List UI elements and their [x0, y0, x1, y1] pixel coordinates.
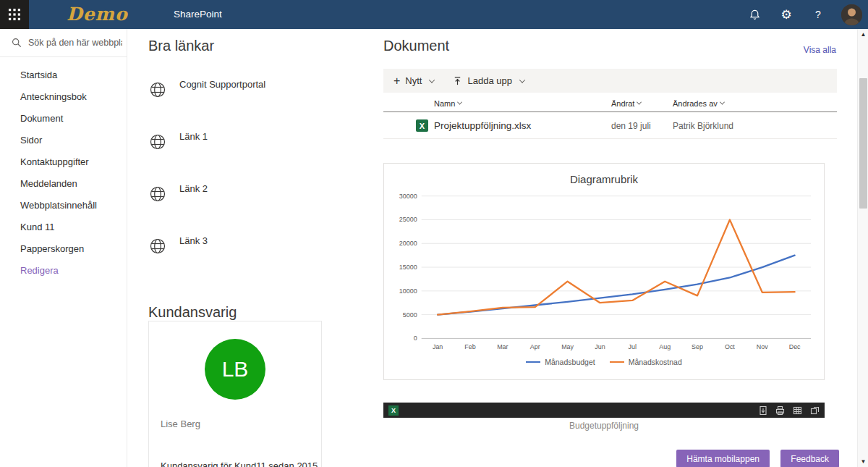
legend-line-swatch — [526, 361, 540, 363]
chevron-down-icon — [720, 100, 725, 105]
download-icon[interactable] — [759, 405, 767, 416]
site-search[interactable] — [0, 29, 127, 57]
contact-initials-avatar: LB — [205, 339, 265, 400]
chevron-down-icon — [429, 77, 435, 83]
upload-icon — [453, 76, 462, 86]
sidebar-item-sidor[interactable]: Sidor — [0, 130, 127, 151]
table-icon[interactable] — [793, 405, 802, 416]
contact-card: LB Lise Berg Kundansvarig för Kund11 sed… — [148, 321, 322, 467]
svg-text:Aug: Aug — [659, 343, 671, 350]
svg-text:Oct: Oct — [725, 343, 735, 350]
links-list: Cognit Supportportal Länk 1 Länk 2 Länk … — [148, 64, 365, 272]
link-item-supportportal[interactable]: Cognit Supportportal — [148, 64, 365, 116]
bell-icon[interactable] — [746, 6, 763, 23]
excel-file-icon[interactable]: X — [416, 119, 428, 132]
legend-label: Månadskostnad — [629, 358, 682, 366]
search-input[interactable] — [28, 38, 122, 48]
sidebar-item-anteckningsbok[interactable]: Anteckningsbok — [0, 86, 127, 108]
sharepoint-page: Demo SharePoint ⚙ ? — [0, 0, 868, 467]
file-name-link[interactable]: Projektuppföljning.xlsx — [434, 113, 531, 138]
app-launcher-icon[interactable] — [0, 0, 29, 29]
link-label: Cognit Supportportal — [179, 79, 265, 90]
embed-left: X — [388, 405, 399, 416]
link-item-lank2[interactable]: Länk 2 — [148, 168, 365, 220]
sidebar-item-webbplatsinnehall[interactable]: Webbplatsinnehåll — [0, 195, 127, 216]
feedback-button[interactable]: Feedback — [780, 450, 839, 467]
column-header-modified-by[interactable]: Ändrades av — [673, 95, 724, 112]
svg-text:10000: 10000 — [399, 287, 417, 295]
globe-icon — [148, 237, 167, 256]
plus-icon: + — [393, 75, 400, 87]
help-icon[interactable]: ? — [809, 6, 827, 23]
scroll-down-icon[interactable]: ▼ — [858, 456, 868, 467]
svg-text:15000: 15000 — [399, 264, 417, 271]
sidebar-item-meddelanden[interactable]: Meddelanden — [0, 173, 127, 195]
topbar-actions: ⚙ ? — [746, 0, 862, 29]
chart-card: Diagramrubrik 05000100001500020000250003… — [383, 163, 825, 380]
upload-button[interactable]: Ladda upp — [453, 75, 524, 86]
get-mobile-app-button[interactable]: Hämta mobilappen — [676, 450, 770, 467]
svg-text:Nov: Nov — [757, 343, 768, 350]
svg-text:Feb: Feb — [464, 343, 475, 350]
svg-text:30000: 30000 — [399, 193, 417, 200]
svg-text:Jan: Jan — [433, 343, 443, 350]
svg-text:0: 0 — [414, 335, 417, 342]
column-label: Namn — [434, 99, 455, 108]
sidebar-item-redigera[interactable]: Redigera — [0, 260, 127, 282]
embed-caption: Budgetuppföljning — [383, 421, 825, 431]
svg-text:Dec: Dec — [789, 343, 801, 350]
table-row[interactable]: X Projektuppföljning.xlsx den 19 juli Pa… — [383, 113, 837, 139]
scroll-up-icon[interactable]: ▲ — [858, 29, 868, 40]
waffle-grid-icon — [9, 9, 20, 20]
scrollbar-thumb[interactable] — [859, 78, 867, 209]
vertical-scrollbar[interactable]: ▲ ▼ — [857, 29, 868, 467]
sidebar-nav: Startsida Anteckningsbok Dokument Sidor … — [0, 57, 127, 282]
link-item-lank1[interactable]: Länk 1 — [148, 116, 365, 168]
sidebar-item-papperskorgen[interactable]: Papperskorgen — [0, 238, 127, 260]
link-label: Länk 2 — [179, 183, 208, 194]
svg-text:May: May — [561, 343, 574, 350]
view-all-link[interactable]: Visa alla — [804, 45, 836, 55]
print-icon[interactable] — [775, 405, 785, 416]
svg-text:Sep: Sep — [692, 343, 703, 350]
excel-logo-icon[interactable]: X — [388, 405, 399, 416]
svg-text:Apr: Apr — [530, 343, 540, 350]
svg-text:Jul: Jul — [629, 343, 637, 350]
column-header-name[interactable]: Namn — [434, 95, 461, 112]
chart-legend: Månadsbudget Månadskostnad — [384, 358, 824, 366]
svg-text:25000: 25000 — [399, 216, 417, 223]
search-icon — [12, 38, 22, 48]
column-header-modified[interactable]: Ändrat — [611, 95, 641, 112]
gear-icon[interactable]: ⚙ — [778, 6, 795, 23]
contact-name: Lise Berg — [161, 418, 321, 429]
contact-section-title: Kundansvarig — [148, 304, 237, 321]
chart-title: Diagramrubrik — [384, 164, 824, 185]
modified-by-cell: Patrik Björklund — [673, 113, 733, 138]
svg-text:5000: 5000 — [403, 311, 417, 319]
top-bar: Demo SharePoint ⚙ ? — [0, 0, 868, 29]
column-label: Ändrades av — [673, 99, 718, 108]
chevron-down-icon — [457, 100, 462, 105]
svg-text:20000: 20000 — [399, 240, 417, 247]
excel-embed-toolbar: X — [383, 403, 825, 418]
sidebar-item-kontaktuppgifter[interactable]: Kontaktuppgifter — [0, 151, 127, 173]
links-section-title: Bra länkar — [148, 38, 214, 54]
user-avatar[interactable] — [841, 4, 862, 25]
link-label: Länk 1 — [179, 131, 208, 142]
documents-toolbar: + Nytt Ladda upp — [383, 69, 837, 93]
new-button[interactable]: + Nytt — [393, 75, 434, 87]
sidebar-item-dokument[interactable]: Dokument — [0, 108, 127, 130]
new-button-label: Nytt — [405, 75, 422, 86]
site-logo[interactable]: Demo — [67, 0, 128, 29]
legend-item-cost: Månadskostnad — [610, 358, 682, 366]
column-label: Ändrat — [611, 99, 634, 108]
documents-section-title: Dokument — [383, 38, 449, 54]
popout-icon[interactable] — [810, 405, 820, 416]
link-item-lank3[interactable]: Länk 3 — [148, 220, 365, 272]
upload-button-label: Ladda upp — [467, 75, 511, 86]
sidebar-item-kund11[interactable]: Kund 11 — [0, 216, 127, 238]
chevron-down-icon — [637, 100, 642, 105]
legend-label: Månadsbudget — [545, 358, 595, 366]
globe-icon — [148, 80, 167, 99]
sidebar-item-startsida[interactable]: Startsida — [0, 64, 127, 86]
